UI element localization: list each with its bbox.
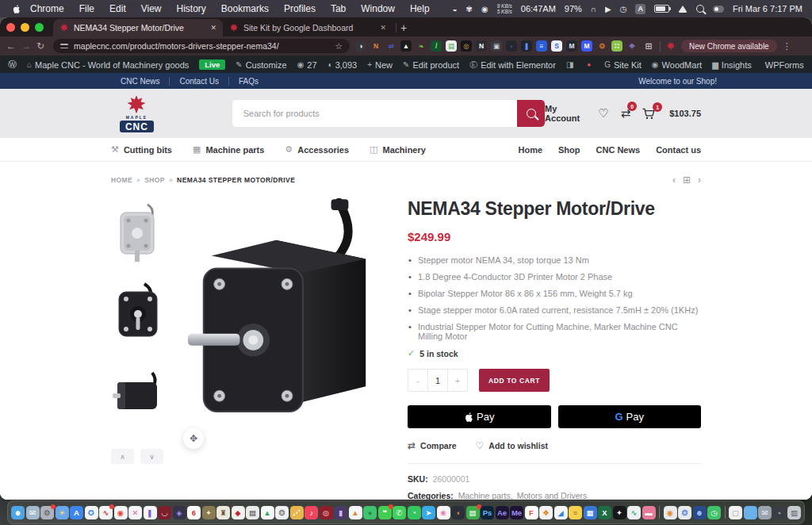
quantity-plus-button[interactable]: +	[448, 370, 467, 391]
add-to-cart-button[interactable]: ADD TO CART	[479, 369, 550, 392]
extension-icon[interactable]: N	[370, 40, 381, 52]
topbar-link[interactable]: FAQs	[229, 77, 268, 86]
dock-app-icon[interactable]: ☀	[56, 506, 69, 519]
thumbnail-side-motor[interactable]	[111, 360, 163, 430]
adminbar-item[interactable]: ✎ Edit product	[403, 60, 459, 70]
product-main-image[interactable]: ✥	[183, 198, 388, 439]
chrome-menu-icon[interactable]: ⋮	[783, 41, 791, 52]
dock-app-icon[interactable]: ❚	[144, 506, 157, 519]
dock-app-icon[interactable]: X	[598, 506, 611, 519]
dock-app-icon[interactable]: ✦	[613, 506, 626, 519]
extension-icon[interactable]: ❂	[596, 40, 607, 52]
apple-pay-button[interactable]: Pay	[408, 405, 551, 428]
status-app-icon[interactable]: ◒	[452, 5, 457, 13]
input-source-icon[interactable]: A	[635, 4, 645, 14]
dock-app-icon[interactable]: ∿	[99, 506, 113, 519]
add-to-wishlist-link[interactable]: ♡Add to wishlist	[476, 440, 548, 451]
extension-icon[interactable]: ❉	[626, 40, 638, 52]
status-app-icon[interactable]: ✾	[466, 5, 473, 13]
nav-category-item[interactable]: ⚒ Cutting bits	[111, 144, 172, 155]
nav-page-link[interactable]: Contact us	[656, 145, 701, 155]
dock-app-icon[interactable]: ✕	[128, 506, 142, 519]
extension-icon[interactable]: ❧	[416, 40, 427, 52]
status-app-icon[interactable]: ◉	[481, 5, 488, 13]
dock-app-icon[interactable]: ❖	[539, 506, 553, 519]
dock-app-icon[interactable]: ◖	[451, 506, 465, 519]
dock-app-icon[interactable]: Ae	[496, 506, 509, 519]
site-logo[interactable]: MAPLE CNC	[111, 94, 163, 132]
status-time[interactable]: 06:47AM	[521, 4, 556, 13]
dock-app-icon[interactable]: ✦	[202, 506, 216, 519]
wishlist-icon[interactable]: ♡	[598, 106, 608, 121]
admin-site-name[interactable]: ⌂ Maple CNC - World of Machinery goods	[27, 60, 189, 70]
reload-button[interactable]: ↻	[36, 41, 44, 51]
menubar-clock[interactable]: Fri Mar 6 7:17 PM	[733, 4, 802, 13]
extensions-menu-icon[interactable]: ⊞	[643, 40, 654, 52]
quantity-value[interactable]: 1	[427, 370, 448, 391]
dock-app-icon[interactable]: ▤	[466, 506, 480, 519]
spotlight-icon[interactable]	[696, 5, 704, 13]
search-input[interactable]	[232, 100, 517, 127]
dock-app-icon[interactable]: ◈	[173, 506, 186, 519]
control-center-icon[interactable]	[713, 6, 724, 13]
dock-app-icon[interactable]: ✉	[26, 506, 40, 519]
dock-app-icon[interactable]: ◔	[408, 506, 421, 519]
grid-view-icon[interactable]: ⊞	[683, 174, 691, 186]
thumbnails-up-button[interactable]: ∧	[111, 449, 134, 464]
dock-app-icon[interactable]: ▢	[729, 506, 742, 519]
dock-app-icon[interactable]: ◍	[320, 506, 333, 519]
menubar-menu-item[interactable]: File	[79, 3, 94, 14]
extension-icon[interactable]: ❚	[521, 40, 532, 52]
thumbnail-silver-motor[interactable]	[111, 198, 163, 268]
tab-close-icon[interactable]: ✕	[380, 24, 386, 32]
dock-app-icon[interactable]: ☻	[11, 506, 25, 519]
dock-app-icon[interactable]: ▪	[773, 506, 787, 519]
dock-app-icon[interactable]	[725, 506, 726, 519]
menubar-menu-item[interactable]: View	[141, 3, 162, 14]
dock-app-icon[interactable]: ◷	[707, 506, 721, 519]
dock-app-icon[interactable]: ▦	[584, 506, 597, 519]
menubar-menu-item[interactable]: Chrome	[30, 3, 64, 14]
dock-app-icon[interactable]: ⋰	[290, 506, 304, 519]
back-button[interactable]: ←	[6, 41, 16, 51]
menubar-menu-item[interactable]: Window	[361, 3, 395, 14]
thumbnail-front-motor[interactable]	[111, 279, 163, 349]
dock-app-icon[interactable]: Ps	[481, 506, 494, 519]
extension-icon[interactable]: ◦	[506, 40, 517, 52]
extension-icon[interactable]: M	[566, 40, 577, 52]
dock-app-icon[interactable]: ▲	[349, 506, 362, 519]
topbar-link[interactable]: Contact Us	[170, 77, 228, 86]
adminbar-item[interactable]: ◉ 27	[297, 60, 317, 70]
adminbar-item[interactable]: G Site Kit	[604, 60, 642, 70]
nav-page-link[interactable]: Home	[518, 145, 542, 155]
category-link[interactable]: Motors and Drivers	[517, 491, 588, 500]
google-pay-button[interactable]: G Pay	[558, 405, 702, 428]
close-window-button[interactable]	[6, 23, 15, 32]
dock-app-icon[interactable]: ▤	[246, 506, 259, 519]
adminbar-item[interactable]: + New	[367, 60, 393, 70]
pinned-site-icon[interactable]	[666, 41, 676, 51]
dock-app-icon[interactable]: ◢	[554, 506, 568, 519]
dock-app-icon[interactable]: ▲	[261, 506, 274, 519]
new-tab-button[interactable]: +	[400, 19, 407, 36]
dock-app-icon[interactable]: ≡	[569, 506, 582, 519]
extension-icon[interactable]: ▲	[400, 40, 412, 52]
dock-app-icon[interactable]: ✆	[393, 506, 406, 519]
extension-icon[interactable]: ▤	[446, 40, 457, 52]
image-zoom-icon[interactable]: ✥	[183, 428, 204, 449]
wifi-icon[interactable]	[678, 6, 688, 13]
menubar-menu-item[interactable]: Profiles	[284, 3, 316, 14]
dock-app-icon[interactable]: ∿	[627, 506, 641, 519]
nav-page-link[interactable]: Shop	[558, 145, 580, 155]
dock-app-icon[interactable]: ✪	[85, 506, 98, 519]
extension-icon[interactable]: ⇄	[385, 40, 396, 52]
menubar-menu-item[interactable]: History	[177, 3, 206, 14]
url-bar[interactable]: maplecnc.com/product/motors-drivers-step…	[53, 39, 350, 53]
extension-icon[interactable]: /	[431, 40, 442, 52]
chrome-update-button[interactable]: New Chrome available	[681, 40, 777, 52]
extension-icon[interactable]: S	[551, 40, 562, 52]
browser-tab[interactable]: Site Kit by Google Dashboard ✕	[223, 19, 393, 36]
dock-app-icon[interactable]: A	[70, 506, 83, 519]
dock-app-icon[interactable]: ❝	[378, 506, 392, 519]
adminbar-item[interactable]: ▆ Insights	[712, 60, 752, 70]
